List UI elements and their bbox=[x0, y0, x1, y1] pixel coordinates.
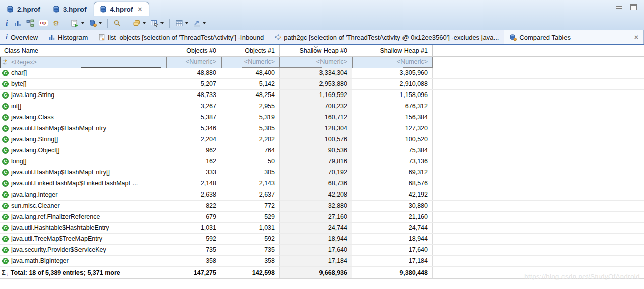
numeric-filter-shallow-heap-0[interactable]: <Numeric> bbox=[280, 57, 352, 68]
numeric-filter-shallow-heap-1[interactable]: <Numeric> bbox=[352, 57, 433, 68]
open-heap-objects-button[interactable] bbox=[88, 19, 103, 28]
top-bar: 2.hprof 3.hprof 4.hprof × i bbox=[0, 0, 644, 30]
class-name: int[] bbox=[11, 101, 21, 112]
table-row[interactable]: Cjava.lang.String48,73348,2541,169,5921,… bbox=[0, 90, 644, 101]
thread-overview-button[interactable]: ⚙ bbox=[52, 19, 60, 28]
class-icon: C bbox=[2, 70, 9, 76]
tab-compared-tables[interactable]: Compared Tables × bbox=[504, 30, 644, 44]
objects-0-cell: 358 bbox=[166, 256, 221, 266]
class-icon: C bbox=[2, 147, 9, 154]
watermark-text: https://blog.csdn.net/StudyOfAndroid bbox=[524, 273, 640, 280]
histogram-button[interactable] bbox=[13, 19, 23, 28]
class-icon: C bbox=[2, 81, 9, 87]
minimize-icon[interactable] bbox=[616, 6, 622, 9]
dominator-tree-button[interactable] bbox=[25, 19, 35, 28]
table-row[interactable]: Cjava.lang.Integer2,6382,63742,20842,192 bbox=[0, 189, 644, 201]
table-row[interactable]: Cjava.math.BigInteger35835817,18417,184 bbox=[0, 256, 644, 267]
info-button[interactable]: i bbox=[3, 19, 10, 27]
column-header-objects-1[interactable]: Objects #1 bbox=[221, 45, 280, 56]
row-filler bbox=[433, 134, 644, 145]
close-icon[interactable]: × bbox=[138, 6, 142, 13]
table-row[interactable]: Cjava.util.Hashtable$HashtableEntry1,031… bbox=[0, 223, 644, 234]
histogram-icon bbox=[48, 34, 55, 41]
class-name: sun.misc.Cleaner bbox=[11, 201, 60, 211]
numeric-filter-objects-1[interactable]: <Numeric> bbox=[221, 57, 280, 68]
objects-1-cell: 48,254 bbox=[221, 90, 280, 101]
table-header: Class Name Objects #0 Objects #1 Shallow… bbox=[0, 45, 644, 57]
objects-0-cell: 2,638 bbox=[166, 189, 221, 200]
sigma-icon: Σ bbox=[2, 267, 6, 278]
table-row[interactable]: Cjava.util.HashMap$HashMapEntry5,3465,30… bbox=[0, 123, 644, 134]
calculator-button[interactable] bbox=[174, 19, 189, 28]
column-header-shallow-heap-0[interactable]: Shallow Heap #0 bbox=[280, 45, 352, 56]
objects-0-cell: 1,031 bbox=[166, 223, 221, 233]
tab-path2gc[interactable]: path2gc [selection of 'ThreadTestActivit… bbox=[269, 30, 504, 44]
toolbar: i OQL ⚙ bbox=[0, 16, 644, 30]
class-name: long[] bbox=[11, 156, 27, 167]
class-icon: C bbox=[2, 136, 9, 143]
table-row[interactable]: Cint[]3,2672,955708,232676,312 bbox=[0, 101, 644, 112]
class-name: java.util.LinkedHashMap$LinkedHashMapE..… bbox=[11, 178, 138, 189]
search-button[interactable] bbox=[112, 19, 122, 28]
maximize-icon[interactable] bbox=[630, 4, 637, 10]
close-icon[interactable]: × bbox=[630, 33, 638, 41]
toolbar-separator bbox=[127, 19, 127, 28]
table-row[interactable]: Clong[]1625079,81673,136 bbox=[0, 156, 644, 167]
oql-icon: OQL bbox=[39, 20, 48, 26]
column-header-shallow-heap-1[interactable]: Shallow Heap #1 bbox=[352, 45, 433, 56]
class-name: java.util.TreeMap$TreeMapEntry bbox=[11, 234, 102, 244]
export-icon bbox=[193, 19, 201, 27]
table-row[interactable]: Cjava.lang.String[]2,2042,202100,576100,… bbox=[0, 134, 644, 145]
compared-tables-icon bbox=[509, 34, 517, 41]
heap-dump-icon bbox=[52, 5, 60, 13]
class-name-cell: Cjava.lang.String[] bbox=[0, 134, 166, 145]
table-row[interactable]: Cjava.lang.ref.FinalizerReference6795292… bbox=[0, 212, 644, 223]
table-row[interactable]: Cchar[]48,88048,4003,334,3043,305,960 bbox=[0, 68, 644, 79]
class-name: java.lang.Object[] bbox=[11, 145, 60, 156]
toolbar-separator bbox=[65, 19, 65, 28]
run-expert-report-button[interactable] bbox=[70, 19, 85, 28]
tab-histogram[interactable]: Histogram bbox=[43, 30, 93, 44]
oql-button[interactable]: OQL bbox=[38, 19, 49, 27]
toolbar-separator bbox=[107, 19, 108, 28]
column-header-objects-0[interactable]: Objects #0 bbox=[166, 45, 221, 56]
table-row[interactable]: Cjava.util.HashMap$HashMapEntry[]3333057… bbox=[0, 167, 644, 178]
run-expert-report-icon bbox=[71, 19, 79, 27]
mat-window: 2.hprof 3.hprof 4.hprof × i bbox=[0, 0, 644, 289]
shallow-heap-1-cell: 42,192 bbox=[352, 189, 433, 200]
table-row[interactable]: Cjava.util.TreeMap$TreeMapEntry59259218,… bbox=[0, 234, 644, 245]
tab-list-objects[interactable]: list_objects [selection of 'ThreadTestAc… bbox=[93, 30, 269, 44]
shallow-heap-1-cell: 127,320 bbox=[352, 123, 433, 134]
objects-0-cell: 2,148 bbox=[166, 178, 221, 189]
table-row[interactable]: Cjava.lang.Object[]96276490,53675,384 bbox=[0, 145, 644, 156]
editor-tab-3hprof[interactable]: 3.hprof bbox=[47, 2, 94, 16]
dominator-tree-icon bbox=[26, 19, 34, 27]
select-table-columns-button[interactable] bbox=[149, 19, 165, 28]
editor-tab-4hprof[interactable]: 4.hprof × bbox=[94, 2, 150, 16]
class-icon: C bbox=[2, 180, 9, 187]
table-body: Cchar[]48,88048,4003,334,3043,305,960Cby… bbox=[0, 68, 644, 267]
heap-dump-icon bbox=[6, 5, 14, 13]
class-name: java.lang.String[] bbox=[11, 134, 58, 145]
regex-filter-input[interactable]: <Regex> bbox=[0, 57, 166, 68]
editor-tab-2hprof[interactable]: 2.hprof bbox=[1, 2, 47, 16]
objects-1-cell: 50 bbox=[221, 156, 280, 167]
table-row[interactable]: Cjava.security.Provider$ServiceKey735735… bbox=[0, 245, 644, 256]
group-by-button[interactable] bbox=[132, 19, 147, 28]
tab-label: path2gc [selection of 'ThreadTestActivit… bbox=[284, 34, 499, 41]
table-row[interactable]: Csun.misc.Cleaner82277232,88030,880 bbox=[0, 201, 644, 212]
export-button[interactable] bbox=[192, 19, 207, 28]
table-row[interactable]: Cjava.util.LinkedHashMap$LinkedHashMapE.… bbox=[0, 178, 644, 189]
table-row[interactable]: Cbyte[]5,2075,1422,953,8802,910,088 bbox=[0, 79, 644, 90]
class-name: java.util.HashMap$HashMapEntry[] bbox=[11, 167, 110, 178]
table-row[interactable]: Cjava.lang.Class5,3875,319160,712156,384 bbox=[0, 112, 644, 123]
class-icon: C bbox=[2, 158, 9, 165]
objects-1-cell: 2,955 bbox=[221, 101, 280, 112]
tab-overview[interactable]: i Overview bbox=[0, 30, 43, 44]
objects-1-cell: 1,031 bbox=[221, 223, 280, 233]
objects-1-cell: 764 bbox=[221, 145, 280, 156]
numeric-filter-objects-0[interactable]: <Numeric> bbox=[166, 57, 221, 68]
column-header-class-name[interactable]: Class Name bbox=[0, 45, 166, 56]
objects-0-cell: 5,346 bbox=[166, 123, 221, 134]
class-name: java.math.BigInteger bbox=[11, 256, 69, 266]
